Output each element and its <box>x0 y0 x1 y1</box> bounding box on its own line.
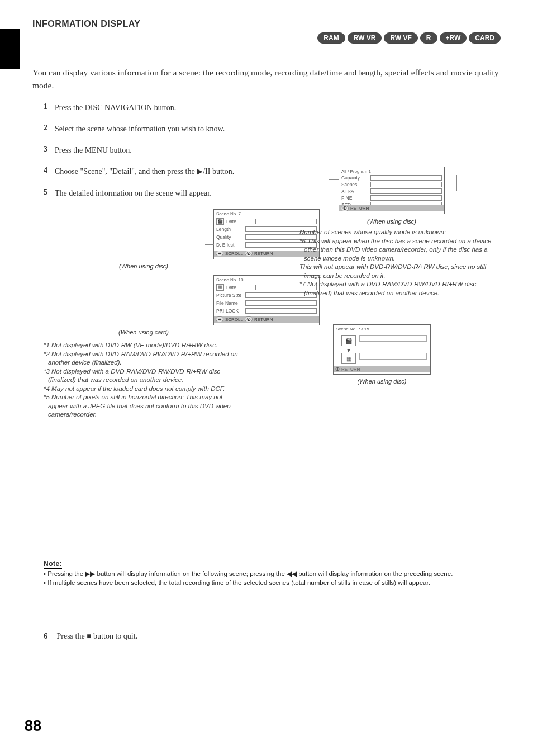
footnote-2: *2 Not displayed with DVD-RAM/DVD-RW/DVD… <box>44 350 244 367</box>
return-icon: ⦿ <box>335 367 340 372</box>
badge-ram: RAM <box>317 32 345 44</box>
movie-icon: 🎬 <box>216 218 224 225</box>
footnote-3: *3 Not displayed with a DVD-RAM/DVD-RW/D… <box>44 367 244 385</box>
detail-diagram-all-program: All / Program 1 Capacity Scenes XTRA FIN… <box>339 167 445 214</box>
badge-r: R <box>420 32 437 44</box>
multi-return: RETURN <box>341 367 360 372</box>
diag1-deffect-label: D. Effect <box>216 242 243 248</box>
right-lead: Number of scenes whose quality mode is u… <box>299 228 501 237</box>
note-body: Pressing the ▶▶ button will display info… <box>44 570 501 587</box>
right-xtra: XTRA <box>341 188 368 194</box>
note-item-2: If multiple scenes have been selected, t… <box>44 579 501 588</box>
step-1: Press the DISC NAVIGATION button. <box>55 102 260 114</box>
diag2-caption: (When using card) <box>44 329 244 336</box>
media-badge-row: RAM RW VR RW VF R +RW CARD <box>317 32 501 44</box>
section-heading: INFORMATION DISPLAY <box>32 19 141 29</box>
intro-paragraph: You can display various information for … <box>32 66 501 92</box>
diag1-return: RETURN <box>254 251 273 256</box>
diag1-quality-label: Quality <box>216 234 243 240</box>
right-scenes: Scenes <box>341 182 368 187</box>
step-6: Press the ■ button to quit. <box>57 632 138 640</box>
scroll-icon: ⬌ <box>216 251 223 256</box>
footnote-4: *4 May not appear if the loaded card doe… <box>44 385 244 394</box>
right-diag-caption: (When using disc) <box>339 218 445 225</box>
footnote-6a: *6 This will appear when the disc has a … <box>299 237 501 263</box>
return-icon: ⦿ <box>245 251 253 256</box>
thumb-movie-icon: 🎬 <box>341 335 356 346</box>
diag1-scroll: SCROLL <box>225 251 243 256</box>
right-diag-title: All / Program 1 <box>341 169 371 174</box>
diag2-filename-label: File Name <box>216 300 243 306</box>
diag2-scroll: SCROLL <box>225 317 243 322</box>
scroll-icon: ⬌ <box>216 316 223 322</box>
page-number: 88 <box>25 717 41 735</box>
step-3: Press the MENU button. <box>55 145 260 156</box>
diag2-picsize-label: Picture Size <box>216 292 243 298</box>
badge-card: CARD <box>469 32 501 44</box>
right-return: RETURN <box>350 206 369 211</box>
note-heading: Note: <box>44 560 62 569</box>
diag1-title: Scene No. 7 <box>216 211 241 216</box>
right-footnotes: Number of scenes whose quality mode is u… <box>299 228 501 297</box>
multi-scene-diagram: Scene No. 7 / 15 🎬 ▼ ▦ ⦿RETURN <box>333 324 431 375</box>
multi-caption: (When using disc) <box>333 378 431 385</box>
right-fine: FINE <box>341 195 368 201</box>
diag1-date-label: Date <box>226 219 253 224</box>
step-6-row: 6 Press the ■ button to quit. <box>44 632 137 641</box>
diag2-return: RETURN <box>254 317 273 322</box>
right-capacity: Capacity <box>341 175 368 181</box>
thumb-photo-icon: ▦ <box>341 353 356 364</box>
note-item-1: Pressing the ▶▶ button will display info… <box>44 570 501 579</box>
diag2-prilock-label: PRI-LOCK <box>216 308 243 314</box>
footnote-5: *5 Number of pixels on still in horizont… <box>44 393 244 419</box>
photo-icon: ▦ <box>216 284 224 291</box>
badge-rw-vr: RW VR <box>348 32 382 44</box>
badge-rw-vf: RW VF <box>384 32 417 44</box>
return-icon: ⦿ <box>341 206 349 211</box>
step-5: The detailed information on the scene wi… <box>55 188 260 199</box>
diag1-length-label: Length <box>216 226 243 232</box>
multi-title: Scene No. 7 / 15 <box>336 327 428 332</box>
footnote-7: *7 Not displayed with a DVD-RAM/DVD-RW/D… <box>299 280 501 297</box>
diag1-caption: (When using disc) <box>44 263 244 270</box>
badge-plus-rw: +RW <box>440 32 467 44</box>
step-2: Select the scene whose information you w… <box>55 124 260 135</box>
footnote-1: *1 Not displayed with DVD-RW (VF-mode)/D… <box>44 341 244 350</box>
step-4: Choose "Scene", "Detail", and then press… <box>55 166 260 177</box>
return-icon: ⦿ <box>245 316 253 322</box>
left-footnotes: *1 Not displayed with DVD-RW (VF-mode)/D… <box>44 341 244 419</box>
left-black-tab <box>0 29 20 69</box>
diag2-title: Scene No. 10 <box>216 277 243 282</box>
diag2-date-label: Date <box>226 285 253 290</box>
footnote-6b: This will not appear with DVD-RW/DVD-R/+… <box>299 263 501 280</box>
